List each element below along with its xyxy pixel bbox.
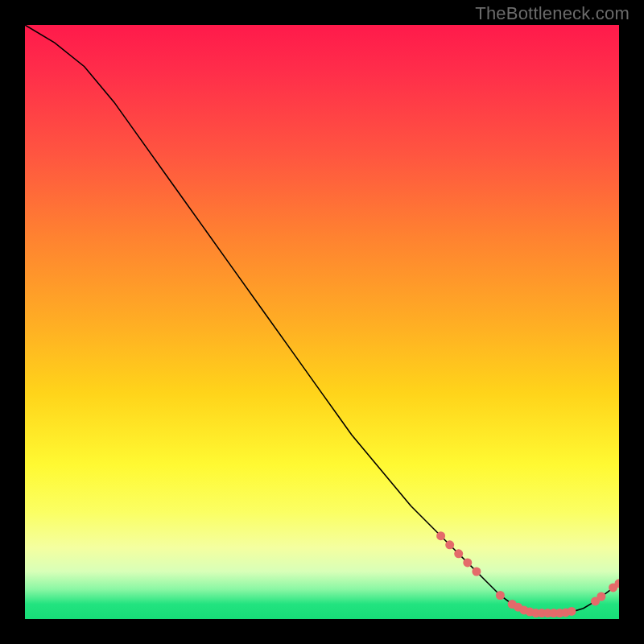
plot-area [25,25,619,619]
watermark-text: TheBottleneck.com [475,3,630,24]
data-point [445,540,454,549]
data-point [454,549,463,558]
curve-layer [25,25,619,619]
chart-container: TheBottleneck.com [0,0,644,644]
data-point [463,558,472,567]
data-point [472,568,481,576]
data-point [436,531,445,540]
highlight-points [436,531,619,617]
data-point [597,592,605,601]
data-point [568,607,576,616]
data-point [496,591,505,600]
bottleneck-curve [25,25,619,613]
